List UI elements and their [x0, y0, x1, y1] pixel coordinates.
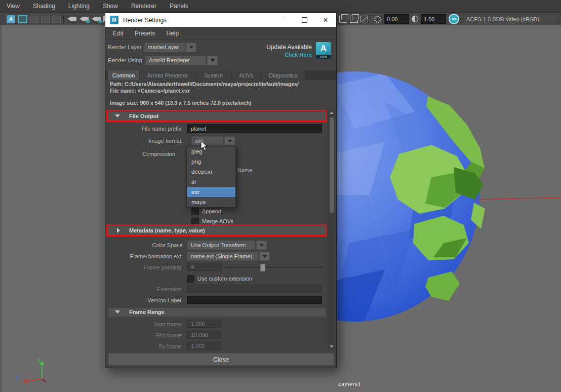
section-header-metadata[interactable]: Metadata (name, type, value)	[108, 226, 326, 235]
close-button[interactable]: Close	[108, 353, 334, 366]
render-layer-dropdown-arrow[interactable]	[186, 43, 196, 52]
menu-option-exr[interactable]: exr	[187, 187, 235, 197]
view-transform-select[interactable]: ACES 1.0 SDR-video (sRGB)	[462, 14, 557, 24]
gamma-icon[interactable]	[412, 16, 418, 22]
color-space-select[interactable]: Use Output Transform	[187, 241, 255, 250]
tab-arnold-renderer[interactable]: Arnold Renderer	[140, 70, 196, 80]
image-format-select[interactable]: exr	[191, 136, 224, 145]
scroll-up-button[interactable]	[328, 109, 335, 116]
arnold-logo-icon[interactable]: A ARN	[316, 42, 331, 59]
window-title-bar[interactable]: M Render Settings ✕	[105, 13, 336, 27]
menu-show[interactable]: Show	[96, 3, 125, 10]
gear-badge-icon	[99, 20, 102, 23]
frame-padding-label: Frame padding:	[105, 264, 183, 270]
extension-label: Extension:	[105, 286, 183, 292]
gamma-field[interactable]	[421, 14, 446, 24]
file-name-prefix-input[interactable]	[187, 124, 322, 133]
menu-renderer[interactable]: Renderer	[125, 3, 163, 10]
tab-diagnostics[interactable]: Diagnostics	[262, 70, 305, 80]
toolbar-separator	[63, 15, 64, 23]
start-frame-input[interactable]	[187, 320, 221, 328]
tab-system[interactable]: System	[196, 70, 231, 80]
camera-lock-icon[interactable]	[82, 17, 89, 21]
frame-animation-ext-select[interactable]: name.ext (Single Frame)	[187, 252, 258, 261]
film-gate-icon[interactable]	[30, 16, 38, 23]
menu-option-tif[interactable]: tif	[187, 177, 235, 187]
menu-help[interactable]: Help	[161, 30, 184, 37]
scrollbar-thumb[interactable]	[330, 117, 334, 213]
axis-z-label: z	[16, 375, 18, 381]
texture-view-icon[interactable]	[350, 16, 358, 23]
frame-animation-ext-label: Frame/Animation ext:	[105, 253, 183, 259]
tab-aovs[interactable]: AOVs	[231, 70, 262, 80]
append-label: Append	[202, 208, 221, 214]
append-checkbox[interactable]	[191, 208, 199, 215]
render-using-select[interactable]: Arnold Renderer	[145, 56, 206, 65]
frame-padding-slider-handle[interactable]	[260, 264, 265, 271]
menu-option-jpeg[interactable]: jpeg	[187, 146, 235, 156]
output-file-name-text: File name: <Camera>/planet.exr	[110, 88, 190, 94]
extension-input[interactable]	[187, 285, 322, 293]
field-chart-icon[interactable]	[52, 16, 61, 23]
by-frame-input[interactable]	[187, 342, 221, 350]
menu-option-deepexr[interactable]: deepexr	[187, 167, 235, 177]
menu-option-png[interactable]: png	[187, 156, 235, 167]
camera-attributes-icon[interactable]	[94, 17, 101, 21]
update-available-text: Update Available	[266, 44, 312, 51]
tab-common[interactable]: Common	[108, 70, 140, 80]
arnold-logo-letter: A	[316, 42, 331, 55]
close-icon: ✕	[323, 17, 329, 23]
menu-shading[interactable]: Shading	[26, 3, 62, 10]
image-format-menu: jpeg png deepexr tif exr maya	[186, 146, 236, 208]
render-layer-label: Render Layer	[108, 44, 143, 50]
frame-animation-ext-dropdown-arrow[interactable]	[259, 252, 270, 261]
menu-panels[interactable]: Panels	[163, 3, 195, 10]
output-path-text: Path: C:/Users/AlexanderHowell/Documents…	[110, 81, 299, 87]
menu-edit[interactable]: Edit	[107, 30, 129, 37]
exposure-field[interactable]	[384, 14, 409, 24]
merge-aovs-label: Merge AOVs	[202, 218, 233, 224]
close-window-button[interactable]: ✕	[315, 13, 336, 27]
image-format-dropdown-arrow[interactable]	[224, 136, 235, 145]
arnold-logo-caption: ARN	[316, 55, 331, 59]
color-management-on-badge[interactable]: ON	[449, 14, 459, 24]
minimize-button[interactable]	[272, 13, 294, 27]
version-label-input[interactable]	[187, 296, 322, 304]
chevron-down-icon	[260, 244, 264, 247]
section-header-file-output[interactable]: File Output	[108, 112, 326, 121]
render-using-dropdown-arrow[interactable]	[207, 56, 218, 65]
chevron-down-icon	[263, 255, 267, 258]
toolbar-separator	[3, 15, 4, 23]
menu-presets[interactable]: Presets	[129, 30, 161, 37]
menu-view[interactable]: View	[0, 3, 26, 10]
merge-aovs-checkbox[interactable]	[191, 218, 199, 225]
update-click-here-link[interactable]: Click Here	[285, 52, 312, 58]
maximize-button[interactable]	[294, 13, 315, 27]
image-plane-icon[interactable]	[339, 16, 347, 23]
frame-padding-slider[interactable]	[226, 267, 323, 268]
menu-option-maya[interactable]: maya	[187, 197, 235, 207]
camera-icon[interactable]	[70, 17, 76, 21]
scroll-down-button[interactable]	[328, 343, 335, 350]
section-header-frame-range[interactable]: Frame Range	[108, 308, 326, 317]
use-custom-extension-checkbox[interactable]	[187, 275, 194, 283]
collapse-triangle-icon	[115, 310, 120, 313]
settings-scrollbar[interactable]	[328, 109, 335, 350]
chevron-down-icon	[189, 46, 193, 49]
color-space-dropdown-arrow[interactable]	[256, 241, 267, 250]
by-frame-label: By frame:	[105, 343, 183, 349]
gate-mask-icon[interactable]	[41, 16, 50, 23]
menu-lighting[interactable]: Lighting	[62, 3, 96, 10]
exposure-icon[interactable]	[374, 16, 381, 23]
start-frame-label: Start frame:	[105, 321, 183, 327]
chevron-down-icon	[211, 59, 215, 62]
compression-label: Compression	[105, 151, 175, 157]
triangle-up-icon	[330, 111, 334, 114]
render-layer-select[interactable]: masterLayer	[144, 43, 185, 52]
render-settings-window: M Render Settings ✕ Edit Presets Help Re…	[105, 13, 337, 368]
frame-padding-input[interactable]	[187, 263, 221, 271]
end-frame-input[interactable]	[187, 331, 221, 339]
select-camera-a-icon[interactable]: A	[7, 15, 15, 23]
no-image-plane-icon[interactable]	[360, 16, 368, 22]
resolution-gate-icon[interactable]	[18, 15, 27, 23]
